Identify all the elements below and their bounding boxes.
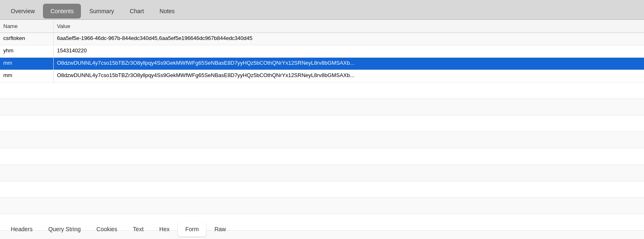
tab-overview[interactable]: Overview xyxy=(3,4,42,19)
tab-hex[interactable]: Hex xyxy=(152,222,177,237)
col-header-name: Name xyxy=(0,21,54,31)
tab-contents[interactable]: Contents xyxy=(43,4,81,19)
cell-name: mm xyxy=(0,58,54,70)
tab-text[interactable]: Text xyxy=(125,222,151,237)
tab-notes[interactable]: Notes xyxy=(152,4,182,19)
cell-value: O8dzwDUNNL4y7cso15bTBZr3O8yllpqy4Ss9GekM… xyxy=(54,70,644,82)
cell-value: O8dzwDUNNL4y7cso15bTBZr3O8yllpqy4Ss9GekM… xyxy=(54,58,644,70)
empty-row xyxy=(0,132,644,148)
col-header-value: Value xyxy=(54,21,644,31)
main-content-area: Name Value csrftoken 6aa5ef5e-1966-46dc-… xyxy=(0,20,644,218)
table-row[interactable]: yhm 1543140220 xyxy=(0,45,644,58)
cell-name: mm xyxy=(0,70,54,82)
empty-row xyxy=(0,198,644,214)
empty-row xyxy=(0,181,644,198)
cell-name: yhm xyxy=(0,45,54,57)
empty-row xyxy=(0,99,644,115)
cell-value: 6aa5ef5e-1966-46dc-967b-844edc340d45,6aa… xyxy=(54,33,644,45)
tab-raw[interactable]: Raw xyxy=(207,222,233,237)
cell-value: 1543140220 xyxy=(54,45,644,57)
empty-row xyxy=(0,115,644,132)
tab-cookies[interactable]: Cookies xyxy=(89,222,125,237)
table-row[interactable]: mm O8dzwDUNNL4y7cso15bTBZr3O8yllpqy4Ss9G… xyxy=(0,70,644,82)
table-header: Name Value xyxy=(0,20,644,33)
empty-rows xyxy=(0,82,644,239)
tab-summary[interactable]: Summary xyxy=(82,4,121,19)
empty-row xyxy=(0,148,644,165)
table-row[interactable]: csrftoken 6aa5ef5e-1966-46dc-967b-844edc… xyxy=(0,33,644,45)
tab-chart[interactable]: Chart xyxy=(122,4,151,19)
tab-query-string[interactable]: Query String xyxy=(41,222,88,237)
empty-row xyxy=(0,82,644,99)
top-tab-bar: Overview Contents Summary Chart Notes xyxy=(0,0,644,20)
table-row-selected[interactable]: mm O8dzwDUNNL4y7cso15bTBZr3O8yllpqy4Ss9G… xyxy=(0,58,644,70)
tab-headers[interactable]: Headers xyxy=(3,222,40,237)
tab-form[interactable]: Form xyxy=(178,222,206,237)
data-table: Name Value csrftoken 6aa5ef5e-1966-46dc-… xyxy=(0,20,644,239)
cell-name: csrftoken xyxy=(0,33,54,45)
empty-row xyxy=(0,165,644,181)
